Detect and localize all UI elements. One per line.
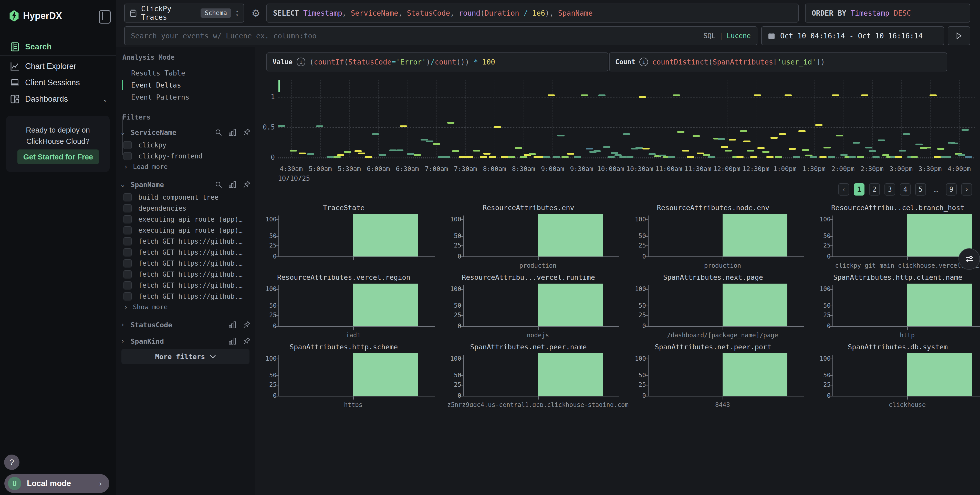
filter-value-row[interactable]: fetch GET https://github.… [124, 269, 247, 279]
language-toggle[interactable]: SQL | Lucene [703, 32, 751, 40]
filter-section-spankind[interactable]: ›SpanKind [121, 336, 250, 347]
search-icon[interactable] [215, 129, 222, 136]
hyperdx-logo-icon [9, 10, 19, 22]
date-range-picker[interactable]: Oct 10 04:16:14 - Oct 10 16:16:14 [761, 26, 944, 45]
filter-value-row[interactable]: clickpy-frontend [124, 151, 247, 161]
y-tick-label: 25 [441, 242, 461, 249]
sidebar-item-chart-explorer[interactable]: Chart Explorer [0, 58, 116, 74]
filter-checkbox[interactable] [124, 248, 132, 257]
data-source-select[interactable]: ClickPy Traces Schema ▴▾ [124, 3, 244, 22]
sql-token: 1e6 [532, 9, 545, 17]
filter-section-statuscode[interactable]: ›StatusCode [121, 319, 250, 330]
source-settings-gear-icon[interactable]: ⚙ [251, 8, 263, 19]
sidebar-collapse-icon[interactable] [99, 10, 111, 24]
load-more-button[interactable]: ›Load more [124, 162, 168, 171]
y-tick-label: 25 [256, 242, 277, 249]
filter-checkbox[interactable] [124, 292, 132, 300]
bar-nodejs[interactable] [538, 284, 603, 326]
y-axis-line [463, 285, 464, 327]
sql-token: DESC [894, 9, 911, 17]
chevron-down-icon: ⌄ [103, 95, 107, 103]
filter-checkbox[interactable] [124, 193, 132, 201]
filter-checkbox[interactable] [124, 141, 132, 149]
select-clause-input[interactable]: SELECT Timestamp, ServiceName, StatusCod… [266, 3, 799, 22]
more-filters-button[interactable]: More filters [121, 349, 250, 364]
search-run-button[interactable] [948, 26, 970, 45]
x-category-label: production [519, 262, 557, 269]
filter-section-icons [229, 337, 250, 345]
search-icon[interactable] [215, 181, 222, 188]
filter-value-row[interactable]: fetch GET https://github.… [124, 280, 247, 290]
mini-chart-title: SpanAttributes.db.system [808, 343, 980, 351]
bar-z5nrz9qgc4.us-central1.gcp.clickhouse-staging.com[interactable] [538, 353, 603, 396]
sidebar-item-dashboards[interactable]: Dashboards⌄ [0, 91, 116, 107]
bar-http[interactable] [907, 284, 972, 326]
filter-section-spanname[interactable]: ⌄SpanName [121, 179, 250, 190]
pin-icon[interactable] [243, 181, 250, 188]
analysis-mode-event-patterns[interactable]: Event Patterns [131, 91, 189, 103]
chevron-right-icon: › [124, 303, 128, 311]
filter-checkbox[interactable] [124, 152, 132, 160]
filter-value-row[interactable]: fetch GET https://github.… [124, 236, 247, 246]
filter-value-row[interactable]: clickpy [124, 140, 247, 150]
sql-toggle[interactable]: SQL [703, 32, 715, 40]
pin-icon[interactable] [243, 129, 250, 136]
x-axis-line [648, 396, 804, 397]
filter-section-servicename[interactable]: ⌄ServiceName [121, 127, 250, 138]
lucene-toggle[interactable]: Lucene [727, 32, 751, 40]
filter-checkbox[interactable] [124, 237, 132, 246]
search-input[interactable]: Search your events w/ Lucene ex. column:… [124, 26, 757, 45]
show-more-button[interactable]: ›Show more [124, 302, 168, 311]
bar-clickhouse[interactable] [907, 353, 972, 396]
bar-production[interactable] [722, 214, 788, 257]
pin-icon[interactable] [243, 337, 250, 345]
pin-icon[interactable] [243, 321, 250, 328]
chart-icon[interactable] [229, 338, 236, 345]
sidebar-item-search[interactable]: Search [0, 39, 116, 55]
filter-value-row[interactable]: fetch GET https://github.… [124, 291, 247, 301]
filter-checkbox[interactable] [124, 259, 132, 268]
filter-value-row[interactable]: executing api route (app)… [124, 225, 247, 235]
bar-production[interactable] [538, 214, 603, 257]
filter-checkbox[interactable] [124, 204, 132, 213]
filter-checkbox[interactable] [124, 270, 132, 278]
brand-name: HyperDX [23, 11, 62, 21]
bar-clickpy-git-main-clickhouse.vercel.app…[interactable] [907, 214, 972, 257]
y-axis-line [463, 355, 464, 397]
filter-value-row[interactable]: fetch GET https://github.… [124, 258, 247, 268]
filter-value-row[interactable]: executing api route (app)… [124, 214, 247, 224]
filter-value-label: clickpy [138, 141, 167, 149]
bar-8443[interactable] [722, 353, 788, 396]
chevron-right-icon: › [124, 163, 128, 170]
filter-value-row[interactable]: dependencies [124, 203, 247, 213]
chart-icon[interactable] [229, 181, 236, 188]
chart-icon[interactable] [229, 129, 236, 136]
order-by-input[interactable]: ORDER BY Timestamp DESC [805, 3, 970, 22]
y-tick-label: 0 [256, 322, 277, 330]
filter-checkbox[interactable] [124, 226, 132, 235]
filter-value-row[interactable]: build component tree [124, 192, 247, 203]
get-started-button[interactable]: Get Started for Free [18, 149, 99, 164]
bar-https[interactable] [353, 353, 418, 396]
filter-value-row[interactable]: fetch GET https://github.… [124, 247, 247, 257]
sql-token: , [450, 9, 459, 17]
mini-chart-title: SpanAttributes.net.peer.name [439, 343, 618, 351]
filter-checkbox[interactable] [124, 215, 132, 224]
filters-heading: Filters [123, 113, 151, 121]
y-tick-label: 100 [441, 286, 461, 292]
chart-options-floating-button[interactable] [958, 248, 980, 270]
bar-/dashboard/[package_name]/page[interactable] [722, 284, 788, 326]
filter-checkbox[interactable] [124, 281, 132, 289]
sidebar-item-client-sessions[interactable]: Client Sessions [0, 75, 116, 90]
bar-value[interactable] [353, 214, 418, 257]
chart-icon[interactable] [229, 321, 236, 328]
y-tick-label: 0 [625, 322, 646, 330]
help-button[interactable]: ? [4, 455, 19, 470]
y-tick-label: 100 [625, 286, 646, 292]
sidebar-item-label: Search [25, 42, 51, 51]
analysis-mode-results-table[interactable]: Results Table [131, 67, 185, 79]
bar-iad1[interactable] [353, 284, 418, 326]
analysis-mode-event-deltas[interactable]: Event Deltas [131, 79, 181, 90]
x-tick-mark [722, 397, 723, 400]
local-mode-button[interactable]: U Local mode › [4, 474, 109, 493]
